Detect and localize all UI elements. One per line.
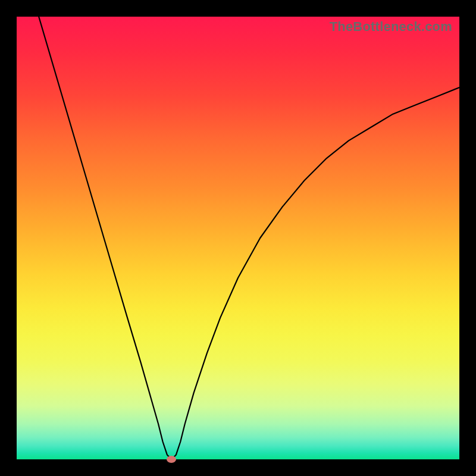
minimum-marker bbox=[167, 456, 176, 463]
plot-area: TheBottleneck.com bbox=[17, 17, 459, 459]
chart-frame: TheBottleneck.com bbox=[0, 0, 476, 476]
bottleneck-curve bbox=[17, 17, 459, 459]
